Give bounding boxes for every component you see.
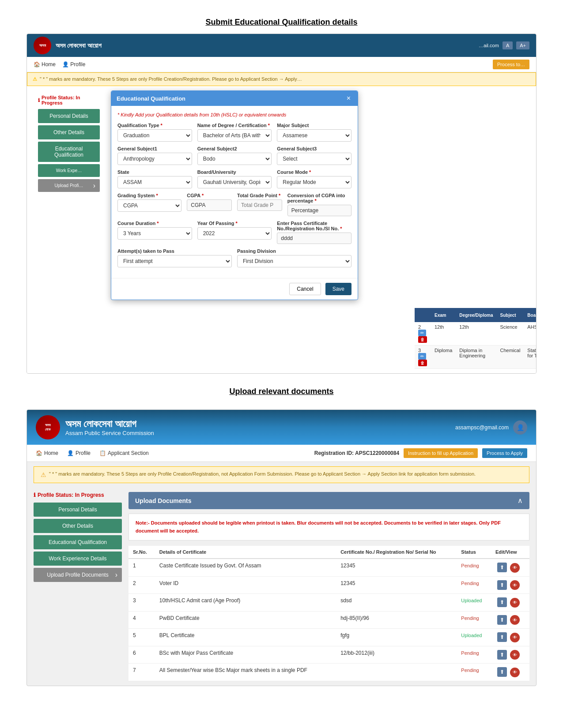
board-university-select[interactable]: Gauhati University, Gopinath bbox=[197, 176, 272, 188]
grading-system-select[interactable]: CGPA bbox=[117, 199, 181, 212]
doc-actions: ⬆ 👁 bbox=[491, 629, 529, 646]
upload-btn[interactable]: ⬆ bbox=[497, 632, 507, 642]
edit-row-btn[interactable]: ✏ bbox=[418, 330, 426, 336]
collapse-btn[interactable]: ∧ bbox=[518, 496, 523, 505]
font-size-a-plus-btn[interactable]: A+ bbox=[516, 41, 529, 49]
registration-id: Registration ID: APSC1220000084 bbox=[314, 450, 399, 456]
view-btn[interactable]: 👁 bbox=[510, 615, 520, 625]
sidebar-other-details[interactable]: Other Details bbox=[38, 125, 100, 139]
modal-header: Educational Qualification × bbox=[111, 91, 358, 106]
sidebar-upload-docs[interactable]: Upload Profi… bbox=[38, 179, 100, 192]
course-mode-select[interactable]: Regular Mode bbox=[277, 176, 351, 188]
doc-row-5: 5 BPL Certificate fgfg Uploaded ⬆ 👁 bbox=[128, 629, 529, 646]
nav-profile-link[interactable]: 👤 Profile bbox=[67, 450, 91, 456]
menu-upload-docs[interactable]: Upload Profile Documents bbox=[34, 568, 122, 582]
view-btn[interactable]: 👁 bbox=[510, 563, 520, 573]
view-btn[interactable]: 👁 bbox=[510, 598, 520, 608]
passing-division-select[interactable]: First Division bbox=[237, 255, 351, 267]
alert-bar: ⚠ " * " marks are mandatory. These 5 Ste… bbox=[34, 466, 529, 483]
state-group: State ASSAM bbox=[117, 169, 192, 188]
doc-srno: 7 bbox=[128, 664, 155, 681]
cgpa-group: CGPA * bbox=[187, 193, 232, 216]
modal-close-btn[interactable]: × bbox=[345, 94, 352, 102]
board-university-label: Board/University bbox=[197, 169, 272, 175]
th-edit-view: Edit/View bbox=[491, 546, 529, 559]
row-exam: 12th bbox=[431, 322, 456, 345]
process-to-apply-btn[interactable]: Process to… bbox=[493, 60, 529, 69]
gen-subject2-label: General Subject2 bbox=[197, 146, 272, 151]
pass-cert-label: Enter Pass Certificate No./Registration … bbox=[277, 221, 351, 231]
top-brand: অসম লোকসেবা আয়োগ bbox=[56, 42, 102, 49]
nav-applicant-link[interactable]: 📋 Applicant Section bbox=[99, 450, 149, 456]
cgpa-input[interactable] bbox=[187, 199, 232, 211]
delete-row-btn[interactable]: 🗑 bbox=[418, 336, 427, 343]
sidebar-work-exp[interactable]: Work Expe… bbox=[38, 164, 100, 177]
nav-profile[interactable]: 👤 Profile bbox=[62, 61, 85, 68]
table-header-no bbox=[415, 308, 431, 322]
view-btn[interactable]: 👁 bbox=[510, 633, 520, 642]
gen-subject1-select[interactable]: Anthropology bbox=[117, 153, 192, 165]
degree-name-select[interactable]: Bachelor of Arts (BA with Ma) bbox=[197, 129, 272, 142]
site-brand-sub: Assam Public Service Commission bbox=[65, 430, 154, 436]
gen-subject2-select[interactable]: Bodo bbox=[197, 153, 272, 165]
year-passing-label: Year Of Passing * bbox=[197, 221, 272, 226]
cancel-btn[interactable]: Cancel bbox=[289, 283, 321, 295]
upload-btn[interactable]: ⬆ bbox=[497, 650, 507, 660]
attempts-label: Attempt(s) taken to Pass bbox=[117, 248, 232, 254]
sidebar-educational-qual[interactable]: Educational Qualification bbox=[38, 142, 100, 162]
upload-btn[interactable]: ⬆ bbox=[497, 597, 507, 607]
gen-subject2-group: General Subject2 Bodo bbox=[197, 146, 272, 165]
qual-type-select[interactable]: Graduation bbox=[117, 129, 192, 142]
view-btn[interactable]: 👁 bbox=[510, 650, 520, 660]
upload-btn[interactable]: ⬆ bbox=[497, 615, 507, 625]
header-right: assampsc@gmail.com 👤 bbox=[455, 420, 527, 435]
course-mode-label: Course Mode * bbox=[277, 169, 351, 175]
user-avatar[interactable]: 👤 bbox=[513, 420, 527, 435]
attempts-group: Attempt(s) taken to Pass First attempt bbox=[117, 248, 232, 267]
gen-subject3-select[interactable]: Select bbox=[277, 153, 351, 165]
left-nav: ℹ Profile Status: In Progress Personal D… bbox=[34, 492, 122, 681]
nav-bar: 🏠 Home 👤 Profile 📋 Applicant Section Reg… bbox=[27, 445, 536, 462]
process-apply-btn[interactable]: Process to Apply bbox=[482, 448, 527, 458]
doc-srno: 6 bbox=[128, 646, 155, 664]
row-subject: Science bbox=[497, 322, 524, 345]
upload-btn[interactable]: ⬆ bbox=[497, 580, 507, 590]
course-duration-select[interactable]: 3 Years bbox=[117, 227, 192, 240]
view-btn[interactable]: 👁 bbox=[510, 580, 520, 590]
major-subject-select[interactable]: Assamese bbox=[277, 129, 351, 142]
doc-status: Pending bbox=[457, 559, 491, 576]
doc-cert-no: 12345 bbox=[336, 576, 457, 594]
menu-other-details[interactable]: Other Details bbox=[34, 519, 122, 533]
upload-btn[interactable]: ⬆ bbox=[497, 563, 507, 572]
conversion-cgpa-label: Conversion of CGPA into percentage * bbox=[287, 193, 351, 203]
instruction-btn[interactable]: Instruction to fill up Application bbox=[404, 448, 478, 458]
view-btn[interactable]: 👁 bbox=[510, 668, 520, 677]
top-section-title: Submit Educational Qualification details bbox=[26, 18, 537, 27]
form-row-5: Course Duration * 3 Years Year Of Passin… bbox=[117, 221, 351, 244]
save-btn[interactable]: Save bbox=[325, 283, 351, 295]
sidebar-personal-details[interactable]: Personal Details bbox=[38, 109, 100, 123]
edit-row-btn[interactable]: ✏ bbox=[418, 353, 426, 360]
nav-home[interactable]: 🏠 Home bbox=[34, 61, 56, 68]
gen-subject1-label: General Subject1 bbox=[117, 146, 192, 151]
menu-personal-details[interactable]: Personal Details bbox=[34, 503, 122, 517]
pass-cert-input[interactable] bbox=[277, 233, 351, 244]
font-size-a-btn[interactable]: A bbox=[503, 41, 513, 49]
conversion-cgpa-input[interactable] bbox=[287, 205, 351, 216]
menu-educational-qual[interactable]: Educational Qualification bbox=[34, 535, 122, 549]
state-select[interactable]: ASSAM bbox=[117, 176, 192, 188]
th-cert-no: Certificate No./ Registration No/ Serial… bbox=[336, 546, 457, 559]
modal-footer: Cancel Save bbox=[111, 278, 358, 300]
year-passing-select[interactable]: 2022 bbox=[197, 227, 272, 240]
header-email: assampsc@gmail.com bbox=[455, 424, 509, 431]
top-email: …ail.com bbox=[479, 43, 499, 48]
form-row-6: Attempt(s) taken to Pass First attempt P… bbox=[117, 248, 351, 267]
doc-status: Uploaded bbox=[457, 629, 491, 646]
delete-row-btn[interactable]: 🗑 bbox=[418, 360, 427, 366]
total-grade-input[interactable] bbox=[237, 199, 282, 211]
nav-home-link[interactable]: 🏠 Home bbox=[36, 450, 58, 456]
menu-work-exp[interactable]: Work Experience Details bbox=[34, 552, 122, 566]
passing-division-label: Passing Division bbox=[237, 248, 351, 254]
attempts-select[interactable]: First attempt bbox=[117, 255, 232, 267]
upload-btn[interactable]: ⬆ bbox=[497, 667, 507, 677]
